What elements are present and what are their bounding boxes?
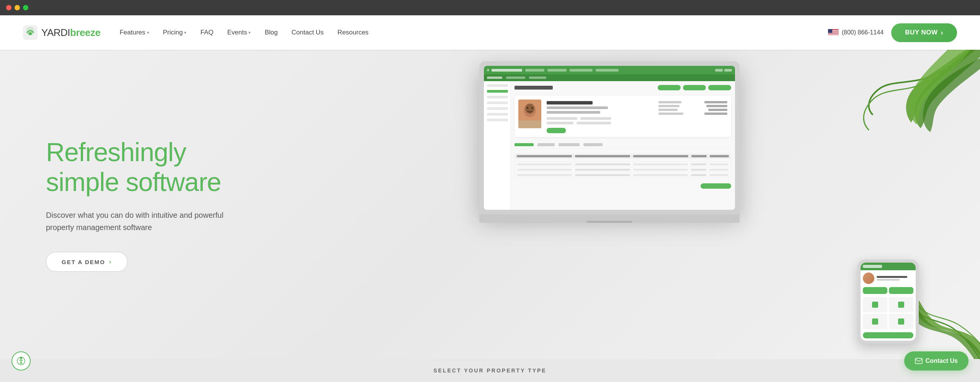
- phone-area: (800) 866-1144: [828, 29, 884, 36]
- svg-point-14: [531, 107, 533, 109]
- hero-section: Refreshingly simple software Discover wh…: [0, 50, 980, 359]
- flag-icon: [828, 29, 839, 36]
- nav-item-faq[interactable]: FAQ: [200, 29, 213, 36]
- hero-subtext: Discover what you can do with intuitive …: [46, 209, 230, 233]
- close-button[interactable]: [6, 5, 11, 10]
- svg-rect-15: [518, 121, 541, 128]
- buy-now-arrow: ›: [941, 29, 944, 37]
- laptop-mockup: [479, 61, 740, 230]
- nav-item-contact[interactable]: Contact Us: [292, 29, 324, 36]
- faq-link[interactable]: FAQ: [200, 29, 213, 36]
- contact-link[interactable]: Contact Us: [292, 29, 324, 36]
- minimize-button[interactable]: [15, 5, 20, 10]
- navbar-right: (800) 866-1144 BUY NOW ›: [828, 23, 957, 42]
- buy-now-label: BUY NOW: [905, 29, 938, 36]
- nav-item-features[interactable]: Features ▾: [119, 29, 149, 36]
- logo-text: YARDIbreeze: [41, 27, 100, 39]
- nav-item-resources[interactable]: Resources: [338, 29, 369, 36]
- maximize-button[interactable]: [23, 5, 28, 10]
- events-chevron: ▾: [248, 30, 251, 35]
- svg-rect-9: [828, 29, 832, 33]
- pricing-link[interactable]: Pricing ▾: [163, 29, 187, 36]
- svg-rect-7: [828, 34, 839, 35]
- mail-icon: [915, 358, 923, 364]
- logo-link[interactable]: YARDIbreeze: [23, 25, 100, 40]
- accessibility-icon: [16, 356, 26, 366]
- contact-float-button[interactable]: Contact Us: [904, 351, 969, 371]
- laptop-base: [479, 214, 740, 223]
- nav-item-blog[interactable]: Blog: [265, 29, 278, 36]
- nav-item-events[interactable]: Events ▾: [227, 29, 251, 36]
- page-wrapper: YARDIbreeze Features ▾ Pricing ▾: [0, 15, 980, 382]
- navbar: YARDIbreeze Features ▾ Pricing ▾: [0, 15, 980, 50]
- pricing-chevron: ▾: [184, 30, 186, 35]
- hero-visual: [441, 50, 980, 359]
- hero-headline: Refreshingly simple software: [46, 137, 410, 197]
- svg-rect-8: [828, 35, 839, 36]
- buy-now-button[interactable]: BUY NOW ›: [891, 23, 957, 42]
- svg-point-2: [29, 32, 32, 35]
- window-chrome: [0, 0, 980, 15]
- hero-content: Refreshingly simple software Discover wh…: [0, 50, 441, 359]
- phone-number: (800) 866-1144: [842, 29, 884, 36]
- get-demo-arrow: ›: [109, 258, 112, 265]
- events-link[interactable]: Events ▾: [227, 29, 251, 36]
- svg-point-13: [527, 107, 528, 109]
- features-link[interactable]: Features ▾: [119, 29, 149, 36]
- bottom-bar: SELECT YOUR PROPERTY TYPE: [0, 359, 980, 382]
- get-demo-label: GET A DEMO: [62, 259, 105, 265]
- nav-item-pricing[interactable]: Pricing ▾: [163, 29, 187, 36]
- nav-links: Features ▾ Pricing ▾ FAQ: [119, 29, 368, 36]
- palm-leaf-top: [835, 50, 980, 161]
- resources-link[interactable]: Resources: [338, 29, 369, 36]
- get-demo-button[interactable]: GET A DEMO ›: [46, 252, 127, 272]
- features-chevron: ▾: [147, 30, 149, 35]
- contact-float-label: Contact Us: [926, 358, 958, 364]
- blog-link[interactable]: Blog: [265, 29, 278, 36]
- accessibility-button[interactable]: [11, 351, 31, 371]
- navbar-left: YARDIbreeze Features ▾ Pricing ▾: [23, 25, 369, 40]
- svg-line-22: [21, 362, 22, 364]
- select-property-label: SELECT YOUR PROPERTY TYPE: [433, 367, 546, 374]
- yardi-logo-icon: [23, 25, 38, 40]
- svg-rect-16: [915, 358, 922, 364]
- phone-mockup: [858, 260, 923, 348]
